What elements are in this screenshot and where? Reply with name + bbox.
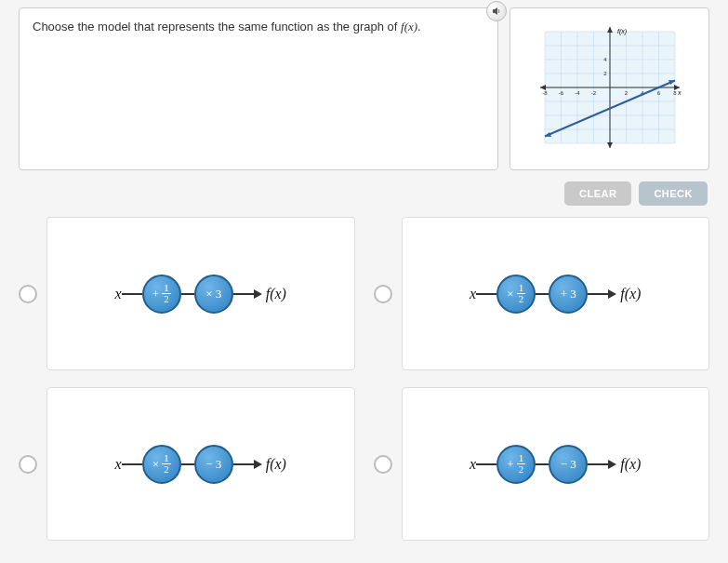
output-var: f(x) xyxy=(266,456,286,473)
arrow-icon xyxy=(608,460,616,469)
op2: − 3 xyxy=(194,445,233,484)
arrow-icon xyxy=(254,289,262,299)
radio-option-3[interactable] xyxy=(19,455,37,474)
graph-figure: f(x) x -8-6-4-2 2468 24 xyxy=(531,22,689,156)
input-var: x xyxy=(115,286,122,302)
op2: × 3 xyxy=(194,275,233,314)
output-var: f(x) xyxy=(620,456,641,473)
radio-option-4[interactable] xyxy=(374,455,392,474)
input-var: x xyxy=(115,456,122,473)
output-var: f(x) xyxy=(620,286,641,302)
svg-text:-6: -6 xyxy=(558,90,563,96)
arrow-icon xyxy=(608,289,616,299)
op1: + 12 xyxy=(496,445,536,484)
input-var: x xyxy=(470,286,476,302)
op2: − 3 xyxy=(549,445,588,484)
radio-option-1[interactable] xyxy=(19,285,37,303)
op1: × 12 xyxy=(496,275,536,314)
option-2: x × 12 + 3 f(x) xyxy=(374,217,710,370)
svg-marker-23 xyxy=(607,27,613,33)
option-card-2[interactable]: x × 12 + 3 f(x) xyxy=(402,217,710,370)
arrow-icon xyxy=(254,460,262,469)
svg-text:-4: -4 xyxy=(575,90,580,96)
option-3: x × 12 − 3 f(x) xyxy=(19,387,355,541)
question-panel: Choose the model that represents the sam… xyxy=(19,7,498,170)
option-card-1[interactable]: x + 12 × 3 f(x) xyxy=(46,217,355,370)
option-card-3[interactable]: x × 12 − 3 f(x) xyxy=(46,387,355,541)
radio-option-2[interactable] xyxy=(374,285,392,303)
svg-text:8: 8 xyxy=(673,90,677,96)
question-fx: f(x) xyxy=(401,20,417,34)
graph-panel: f(x) x -8-6-4-2 2468 24 xyxy=(510,7,709,170)
option-1: x + 12 × 3 f(x) xyxy=(19,217,355,370)
check-button[interactable]: CHECK xyxy=(639,181,708,206)
flow-diagram: x × 12 + 3 f(x) xyxy=(470,275,641,314)
flow-diagram: x + 12 × 3 f(x) xyxy=(115,275,286,314)
op1: × 12 xyxy=(142,445,181,484)
graph-y-label: f(x) xyxy=(617,28,627,35)
op1: + 12 xyxy=(142,275,181,314)
flow-diagram: x × 12 − 3 f(x) xyxy=(115,445,286,484)
audio-icon[interactable] xyxy=(486,1,507,21)
flow-diagram: x + 12 − 3 f(x) xyxy=(470,445,641,484)
svg-marker-24 xyxy=(607,142,613,148)
question-text: Choose the model that represents the sam… xyxy=(33,20,401,34)
svg-text:-2: -2 xyxy=(590,90,596,96)
option-card-4[interactable]: x + 12 − 3 f(x) xyxy=(402,387,710,541)
op2: + 3 xyxy=(549,275,588,314)
graph-x-label: x xyxy=(677,89,682,96)
output-var: f(x) xyxy=(266,286,286,302)
option-4: x + 12 − 3 f(x) xyxy=(374,387,710,541)
input-var: x xyxy=(470,456,476,473)
clear-button[interactable]: CLEAR xyxy=(564,181,631,206)
svg-text:-8: -8 xyxy=(542,90,548,96)
question-text-end: . xyxy=(417,20,421,34)
